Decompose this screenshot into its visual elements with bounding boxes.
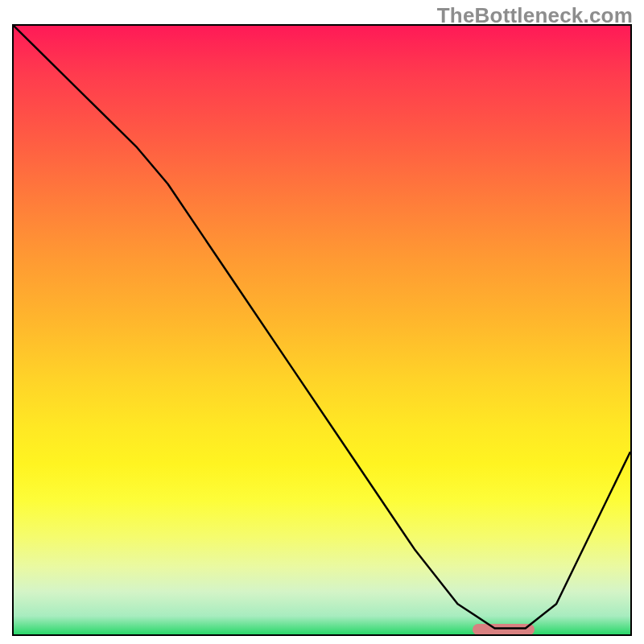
chart-frame: [12, 24, 632, 636]
plot-area: [12, 24, 632, 636]
bottleneck-curve: [14, 26, 630, 634]
